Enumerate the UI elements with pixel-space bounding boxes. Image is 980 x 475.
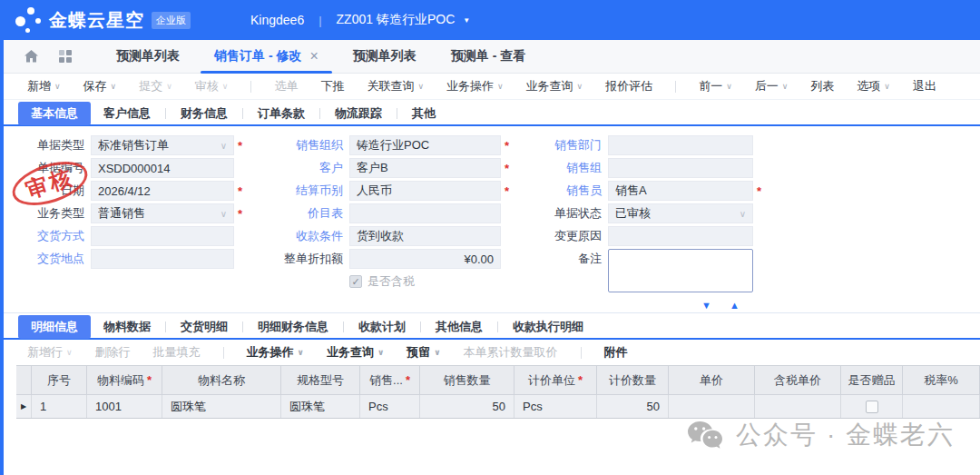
field-document-status[interactable]: 已审核∨ [608,203,753,223]
related-query-button[interactable]: 关联查询∨ [367,78,424,94]
tab-forecast-list-2[interactable]: 预测单列表 [336,40,434,73]
column-header-material-code[interactable]: 物料编码* [87,366,162,394]
business-query-button[interactable]: 业务查询∨ [526,78,583,94]
cell-is-gift[interactable] [841,395,903,418]
field-settlement-currency[interactable]: 人民币 [349,181,501,201]
cell-unit-price[interactable] [669,395,755,418]
tab-detail-info[interactable]: 明细信息 [18,315,91,339]
tab-label: 预测单列表 [353,48,416,64]
cell-value: Pcs [368,400,388,413]
cell-sales-unit[interactable]: Pcs [360,395,420,418]
cell-pricing-qty[interactable]: 50 [597,395,669,418]
column-header-pricing-unit[interactable]: 计价单位* [514,366,597,394]
field-bill-type[interactable]: 标准销售订单∨ [91,135,234,155]
cell-material-code[interactable]: 1001 [87,395,162,418]
tab-other[interactable]: 其他 [399,102,448,125]
field-value: 人民币 [357,183,392,199]
list-button[interactable]: 列表 [810,78,834,94]
tab-sales-order-edit[interactable]: 销售订单 - 修改× [197,40,336,73]
cell-tax-price[interactable] [755,395,841,418]
column-header-tax-price[interactable]: 含税单价 [755,366,841,394]
cell-value: 50 [647,400,660,413]
options-button[interactable]: 选项∨ [857,78,890,94]
cell-seq[interactable]: 1 [32,395,87,418]
previous-button[interactable]: 前一∨ [699,78,732,94]
field-customer[interactable]: 客户B [349,158,501,178]
business-operation-button[interactable]: 业务操作∨ [446,78,504,94]
chevron-down-icon: ∨ [417,82,424,91]
tab-forecast-list-1[interactable]: 预测单列表 [99,40,197,73]
tab-separator [420,322,421,332]
field-sales-org[interactable]: 铸造行业POC [349,135,501,155]
tab-forecast-view[interactable]: 预测单 - 查看 [434,40,543,73]
column-header-is-gift[interactable]: 是否赠品 [841,366,903,394]
field-bill-no[interactable]: XSDD000014 [91,158,234,178]
column-header-seq[interactable]: 序号 [32,366,87,394]
tab-payment-execution-detail[interactable]: 收款执行明细 [500,315,596,339]
column-header-sales-qty[interactable]: 销售数量 [420,366,514,394]
checkbox-is-gift[interactable] [866,401,878,413]
column-header-spec-model[interactable]: 规格型号 [281,366,360,394]
cell-sales-qty[interactable]: 50 [420,395,514,418]
tab-material-data[interactable]: 物料数据 [91,315,163,339]
row-indicator-cell[interactable]: ▶ [16,395,32,418]
exit-button[interactable]: 退出 [913,78,936,94]
collapse-down-icon[interactable]: ▼ [701,301,711,311]
column-header-sales-unit[interactable]: 销售...* [360,366,420,394]
field-delivery-method[interactable] [91,226,234,246]
field-sales-dept[interactable] [608,135,753,155]
attachment-button[interactable]: 附件 [604,344,628,361]
column-header-material-name[interactable]: 物料名称 [162,366,281,394]
checkbox-tax-included[interactable]: ✓ [349,275,362,288]
field-remarks[interactable] [608,249,753,292]
button-label: 删除行 [95,344,131,361]
table-row[interactable]: ▶11001圆珠笔圆珠笔Pcs50Pcs50 [16,395,980,419]
business-query-button[interactable]: 业务查询∨ [327,344,384,361]
field-sales-group[interactable] [608,158,753,178]
home-icon[interactable] [24,49,39,64]
next-button[interactable]: 后一∨ [755,78,789,94]
column-header-pricing-qty[interactable]: 计价数量 [597,366,669,394]
chevron-down-icon: ∨ [166,82,172,91]
field-discount-amount[interactable]: ¥0.00 [349,249,501,269]
cell-spec-model[interactable]: 圆珠笔 [281,395,360,418]
column-header-ind[interactable] [16,366,32,394]
field-label: 单据编号 [20,158,91,178]
field-change-reason[interactable] [608,226,753,246]
cell-pricing-unit[interactable]: Pcs [514,395,597,418]
cell-tax-rate[interactable] [903,395,980,418]
push-down-button[interactable]: 下推 [320,78,344,94]
field-business-type[interactable]: 普通销售∨ [91,203,234,223]
topbar-divider: | [318,14,321,27]
field-payment-terms[interactable]: 货到收款 [349,226,501,246]
column-header-unit-price[interactable]: 单价 [669,366,755,394]
form-body: 单据类型标准销售订单∨*单据编号XSDD000014日期2026/4/12*业务… [4,126,980,299]
tab-other-info[interactable]: 其他信息 [423,315,495,339]
field-date[interactable]: 2026/4/12 [91,181,234,201]
tab-logistics-tracking[interactable]: 物流跟踪 [322,102,395,125]
tab-basic-info[interactable]: 基本信息 [18,102,91,125]
collapse-up-icon[interactable]: ▲ [730,301,740,311]
tab-customer-info[interactable]: 客户信息 [91,102,163,125]
org-selector[interactable]: ZZ001 铸造行业POC ▼ [337,12,471,28]
reserve-button[interactable]: 预留∨ [407,344,440,361]
form-tabs: 基本信息客户信息财务信息订单条款物流跟踪其他 [4,102,980,126]
tab-close-icon[interactable]: × [309,49,318,64]
cell-material-name[interactable]: 圆珠笔 [162,395,281,418]
field-delivery-location[interactable] [91,249,234,269]
save-button[interactable]: 保存∨ [83,78,117,94]
tab-finance-info[interactable]: 财务信息 [168,102,240,125]
business-operation-button[interactable]: 业务操作∨ [247,344,304,361]
apps-grid-icon[interactable] [59,50,72,63]
field-price-list[interactable] [349,203,501,223]
account-name[interactable]: Kingdee6 [250,13,304,27]
new-button[interactable]: 新增∨ [27,78,61,94]
quote-evaluation-button[interactable]: 报价评估 [605,78,652,94]
tab-detail-finance-info[interactable]: 明细财务信息 [245,315,341,339]
field-salesperson[interactable]: 销售A [608,181,753,201]
column-header-tax-rate[interactable]: 税率% [903,366,980,394]
tab-order-terms[interactable]: 订单条款 [245,102,318,125]
tab-payment-plan[interactable]: 收款计划 [346,315,418,339]
field-label: 交货地点 [20,249,91,269]
tab-delivery-detail[interactable]: 交货明细 [168,315,240,339]
